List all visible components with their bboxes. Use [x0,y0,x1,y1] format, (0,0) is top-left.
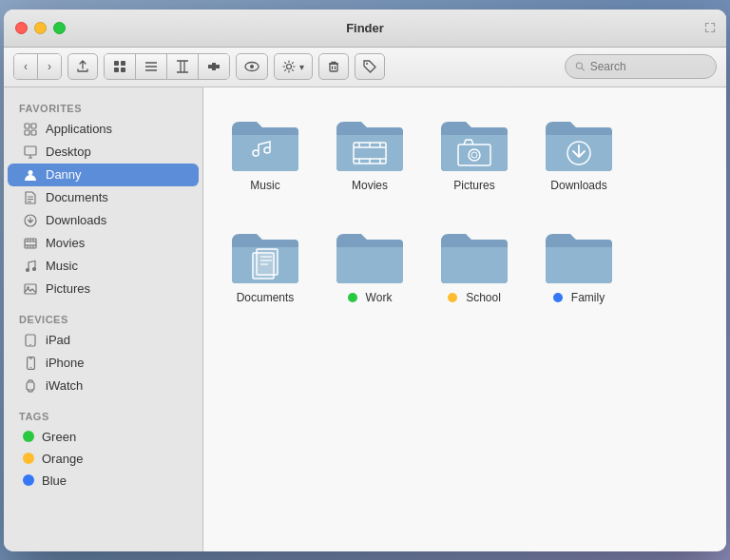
file-label-family: Family [553,291,605,304]
file-label-pictures: Pictures [453,179,494,192]
svg-point-20 [366,63,368,65]
sidebar-label-orange: Orange [42,452,83,466]
file-label-movies: Movies [352,179,388,192]
sidebar-item-iphone[interactable]: iPhone [8,352,199,375]
file-label-work: Work [348,291,393,304]
work-tag-dot [348,293,357,302]
file-item-movies[interactable]: Movies [327,106,413,200]
eye-button[interactable] [236,53,268,80]
desktop-icon [23,145,38,160]
fullscreen-button[interactable] [703,21,717,34]
iwatch-icon [23,378,38,394]
iphone-icon [23,356,38,371]
sidebar-item-green-tag[interactable]: Green [8,426,199,448]
file-item-school[interactable]: School [432,219,517,312]
svg-rect-46 [25,284,36,294]
svg-rect-3 [121,68,125,72]
file-label-downloads: Downloads [550,179,606,192]
school-tag-dot [448,293,457,302]
list-view-button[interactable] [136,54,167,79]
sidebar-label-iwatch: iWatch [46,378,83,393]
search-input[interactable] [590,60,706,73]
flow-view-button[interactable] [199,54,229,79]
folder-icon-pictures [439,114,509,173]
sidebar-item-pictures[interactable]: Pictures [8,278,199,300]
svg-line-55 [32,380,33,382]
folder-icon-music [230,114,300,173]
file-area: Music [203,87,726,551]
delete-button[interactable] [318,53,349,80]
share-button[interactable] [67,53,98,80]
tags-heading: TAGS [4,405,202,426]
sidebar-label-ipad: iPad [46,333,70,347]
sidebar-item-orange-tag[interactable]: Orange [8,448,199,470]
svg-point-30 [29,170,33,175]
sidebar-item-music[interactable]: Music [8,255,199,278]
sidebar-label-pictures: Pictures [46,281,90,296]
maximize-button[interactable] [53,22,66,34]
file-label-school: School [448,291,501,304]
file-item-pictures[interactable]: Pictures [432,106,517,200]
search-bar[interactable] [565,54,717,79]
family-tag-dot [553,293,563,302]
back-button[interactable]: ‹ [14,54,38,79]
file-label-documents: Documents [237,291,295,304]
tag-button[interactable] [355,53,385,80]
forward-button[interactable]: › [38,54,61,79]
file-item-family[interactable]: Family [536,219,622,312]
sidebar-label-green: Green [42,430,76,444]
svg-point-44 [27,268,29,271]
traffic-lights [15,22,66,34]
sidebar: FAVORITES Applications Desktop [4,87,203,551]
svg-point-21 [576,63,582,68]
toolbar: ‹ › [4,48,726,87]
file-item-music[interactable]: Music [222,106,308,200]
folder-icon-downloads [544,114,614,173]
sidebar-item-blue-tag[interactable]: Blue [8,470,199,492]
sidebar-label-blue: Blue [42,473,67,488]
gear-button[interactable]: ▾ [274,53,313,80]
sidebar-item-movies[interactable]: Movies [8,232,199,255]
svg-rect-24 [31,124,36,128]
folder-icon-work [335,226,405,285]
svg-line-22 [582,68,585,70]
svg-rect-11 [208,65,212,68]
svg-rect-13 [216,65,220,68]
svg-rect-2 [114,68,119,72]
sidebar-item-iwatch[interactable]: iWatch [8,375,199,397]
documents-icon [23,190,38,205]
downloads-icon [23,213,38,228]
svg-point-15 [250,65,254,68]
svg-rect-26 [31,130,36,135]
sidebar-item-applications[interactable]: Applications [8,118,199,141]
file-item-downloads[interactable]: Downloads [536,106,622,200]
minimize-button[interactable] [34,22,47,34]
sidebar-item-danny[interactable]: Danny [8,164,199,186]
column-view-button[interactable] [167,54,199,79]
file-item-documents[interactable]: Documents [222,219,308,312]
sidebar-item-desktop[interactable]: Desktop [8,141,199,164]
svg-point-16 [287,65,292,69]
file-item-work[interactable]: Work [327,219,413,312]
danny-icon [23,167,38,183]
movies-icon [23,236,38,251]
svg-rect-1 [121,61,125,66]
svg-rect-0 [114,61,119,66]
music-icon [23,259,38,274]
orange-dot [23,453,34,464]
sidebar-label-desktop: Desktop [46,145,91,159]
sidebar-label-documents: Documents [46,190,108,204]
sidebar-label-applications: Applications [46,122,112,136]
svg-line-56 [29,390,29,392]
svg-point-49 [29,343,30,344]
sidebar-item-downloads[interactable]: Downloads [8,209,199,232]
folder-icon-family [544,226,614,285]
svg-point-51 [29,366,30,367]
folder-icon-movies [335,114,405,173]
content-area: FAVORITES Applications Desktop [4,87,726,551]
icon-view-button[interactable] [105,54,136,79]
devices-heading: DEVICES [4,308,202,329]
close-button[interactable] [15,22,28,34]
sidebar-item-ipad[interactable]: iPad [8,329,199,352]
sidebar-item-documents[interactable]: Documents [8,186,199,209]
